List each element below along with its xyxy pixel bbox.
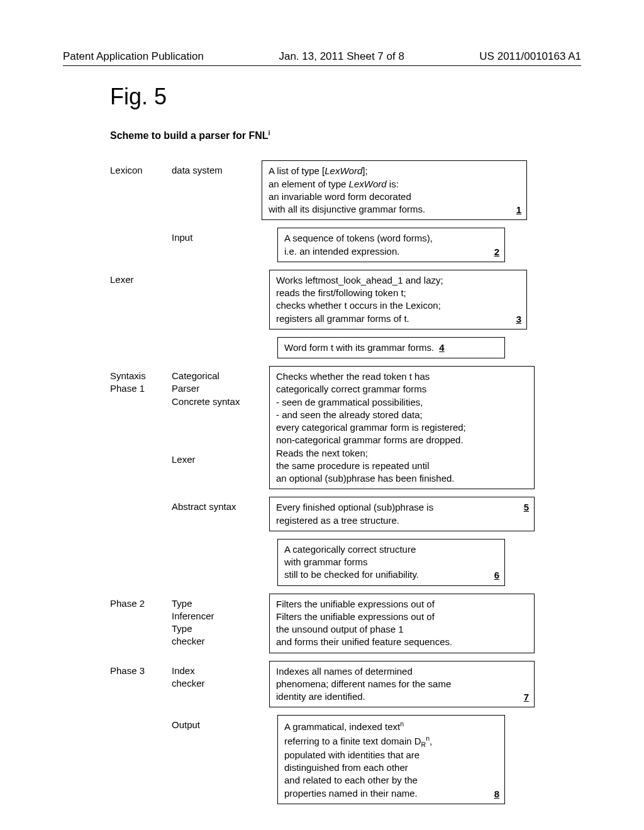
box-4-num: 4 xyxy=(439,342,444,353)
box-3: Works leftmost_look_ahead_1 and lazy; re… xyxy=(269,270,527,329)
label-data-system: data system xyxy=(172,160,257,228)
header-left: Patent Application Publication xyxy=(63,50,204,63)
diagram-grid: Lexicon data system A list of type [LexW… xyxy=(110,160,581,811)
box-phase2: Filters the unifiable expressions out of… xyxy=(269,594,535,653)
label-input: Input xyxy=(172,228,257,270)
box-3-num: 3 xyxy=(516,313,521,326)
label-syntaxis: Syntaxis Phase 1 xyxy=(110,366,167,497)
header-center: Jan. 13, 2011 Sheet 7 of 8 xyxy=(279,50,404,63)
figure-title: Fig. 5 xyxy=(110,84,581,110)
label-phase2: Phase 2 xyxy=(110,594,167,661)
label-type-inferencer: Type Inferencer Type checker xyxy=(172,594,257,661)
box-7: Indexes all names of determined phenomen… xyxy=(269,661,535,708)
subtitle: Scheme to build a parser for FNLi xyxy=(110,129,581,141)
label-categorical-parser: Categorical Parser Concrete syntax Lexer xyxy=(172,366,257,497)
box-6-num: 6 xyxy=(494,569,499,582)
box-5b: Every finished optional (sub)phrase is r… xyxy=(269,497,535,531)
box-8-num: 8 xyxy=(494,788,499,800)
box-8: A grammatical, indexed textn referring t… xyxy=(277,715,505,804)
box-1: A list of type [LexWord]; an element of … xyxy=(262,160,527,220)
box-7-num: 7 xyxy=(524,691,529,704)
box-5b-num: 5 xyxy=(524,501,529,514)
label-output: Output xyxy=(172,715,257,811)
subtitle-sup: i xyxy=(269,129,270,136)
box-2-num: 2 xyxy=(494,246,499,258)
box-5: Checks whether the read token t has cate… xyxy=(269,366,535,489)
label-lexicon: Lexicon xyxy=(110,160,167,228)
label-phase3: Phase 3 xyxy=(110,661,167,716)
label-lexer: Lexer xyxy=(110,270,167,337)
label-index-checker: Index checker xyxy=(172,661,257,716)
box-6: A categorically correct structure with g… xyxy=(277,539,505,586)
subtitle-text: Scheme to build a parser for FNL xyxy=(110,130,269,141)
header-right: US 2011/0010163 A1 xyxy=(479,50,581,63)
page: Patent Application Publication Jan. 13, … xyxy=(0,0,644,830)
box-1-num: 1 xyxy=(516,204,521,216)
page-header: Patent Application Publication Jan. 13, … xyxy=(63,50,581,66)
box-4: Word form t with its grammar forms. 4 xyxy=(277,337,505,358)
box-2: A sequence of tokens (word forms), i.e. … xyxy=(277,228,505,262)
label-abstract: Abstract syntax xyxy=(172,497,257,539)
